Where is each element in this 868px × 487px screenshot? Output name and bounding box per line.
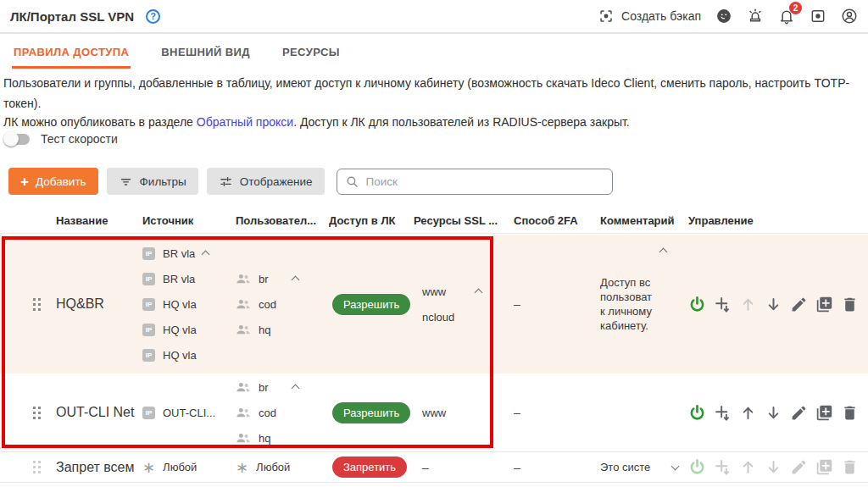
drag-handle[interactable] <box>25 374 42 451</box>
display-settings-button[interactable]: Отображение <box>207 168 325 195</box>
any-source-icon: ∗ <box>142 460 155 475</box>
column-header-access[interactable]: Доступ в ЛК <box>329 208 410 233</box>
group-icon <box>236 407 251 418</box>
resources-list: www ncloud <box>414 235 500 374</box>
ip-icon: IP <box>142 298 155 311</box>
table-row-outcli: OUT-CLI Net IP OUT-CLI... br cod hq Р <box>0 374 868 452</box>
user-item: br <box>236 379 300 396</box>
alarm-siren-icon[interactable] <box>747 8 764 25</box>
tab-access-rules[interactable]: ПРАВИЛА ДОСТУПА <box>12 41 131 69</box>
move-up-icon <box>739 458 757 476</box>
column-header-source[interactable]: Источник <box>142 208 229 233</box>
delete-icon[interactable] <box>841 404 859 422</box>
delete-icon[interactable] <box>841 296 859 313</box>
tab-resources[interactable]: РЕСУРСЫ <box>281 41 342 69</box>
source-label: OUT-CLI... <box>163 407 215 419</box>
help-icon[interactable]: ? <box>146 9 160 24</box>
access-cell: Разрешить <box>329 235 410 374</box>
users-list: br cod hq <box>236 235 322 374</box>
notifications-bell-icon[interactable]: 2 <box>778 8 795 25</box>
page-title: ЛК/Портал SSL VPN <box>10 9 134 24</box>
notification-badge: 2 <box>789 2 802 14</box>
table-header: Название Источник Пользовател... Доступ … <box>0 208 868 234</box>
column-header-users[interactable]: Пользовател... <box>236 208 322 233</box>
power-toggle-icon[interactable] <box>688 404 706 422</box>
chevron-up-icon[interactable] <box>292 276 300 285</box>
add-rule-below-icon <box>714 458 732 476</box>
access-cell: Разрешить <box>329 374 410 451</box>
column-header-2fa[interactable]: Способ 2FA <box>507 208 593 233</box>
comment-text: Доступ вс пользоват к личному кабинету. <box>600 275 652 333</box>
toggle-knob <box>3 131 19 147</box>
access-cell: Запретить <box>329 452 410 482</box>
chevron-up-icon[interactable] <box>202 251 210 259</box>
speed-test-toggle[interactable] <box>4 134 30 145</box>
title-wrap: ЛК/Портал SSL VPN ? <box>10 9 160 24</box>
twofa-value: – <box>514 461 520 474</box>
move-down-icon[interactable] <box>765 404 782 422</box>
comment-item: Это систе <box>600 459 680 476</box>
comment-cell <box>600 374 680 451</box>
move-down-icon[interactable] <box>765 296 782 313</box>
edit-icon <box>790 458 808 476</box>
chevron-up-icon[interactable] <box>292 385 300 393</box>
add-rule-below-icon[interactable] <box>714 404 732 422</box>
resource-label: www <box>422 285 446 298</box>
source-item: IP BR vla <box>142 270 203 287</box>
add-rule-button[interactable]: + Добавить <box>8 168 98 195</box>
comment-text: Это систе <box>600 461 650 473</box>
column-header-resources[interactable]: Ресурсы SSL ... <box>414 208 500 233</box>
chevron-up-icon[interactable] <box>475 289 483 297</box>
resources-cell: www <box>414 374 500 451</box>
filters-button[interactable]: Фильтры <box>107 168 198 195</box>
group-icon <box>236 298 251 310</box>
rule-name: Запрет всем <box>56 452 139 482</box>
manage-cell <box>683 235 865 374</box>
users-cell: ∗ Любой <box>236 452 322 482</box>
video-widget-icon[interactable] <box>810 8 826 25</box>
table-row-deny-all: Запрет всем ∗ Любой ∗ Любой Запретить – … <box>0 452 868 483</box>
source-label: HQ vla <box>163 298 197 311</box>
filter-icon <box>119 174 133 189</box>
add-rule-label: Добавить <box>36 175 86 188</box>
edit-icon[interactable] <box>790 296 808 313</box>
duplicate-icon[interactable] <box>815 296 833 313</box>
search-wrap <box>337 169 613 195</box>
group-icon <box>236 273 251 285</box>
move-up-icon[interactable] <box>739 404 757 422</box>
display-settings-label: Отображение <box>240 175 313 188</box>
publish-text-before: ЛК можно опубликовать в разделе <box>3 115 197 129</box>
drag-dots-icon <box>33 298 36 301</box>
support-chat-icon[interactable] <box>715 8 732 25</box>
chevron-down-icon[interactable] <box>671 462 680 470</box>
source-item: IP OUT-CLI... <box>142 404 203 421</box>
sliders-icon <box>219 174 233 189</box>
column-header-comment[interactable]: Комментарий <box>600 208 680 233</box>
reverse-proxy-link[interactable]: Обратный прокси <box>197 115 293 129</box>
source-item: IP HQ vla <box>142 321 203 338</box>
ip-icon: IP <box>142 349 155 362</box>
create-backup-button[interactable]: Создать бэкап <box>598 8 701 24</box>
account-icon[interactable] <box>841 8 858 25</box>
intro-line-1: Пользователи и группы, добавленные в таб… <box>3 76 849 90</box>
manage-cell <box>683 452 865 482</box>
user-item: hq <box>236 429 300 446</box>
power-toggle-icon[interactable] <box>688 296 706 313</box>
header-actions: Создать бэкап 2 <box>598 8 858 25</box>
user-item: hq <box>236 321 300 338</box>
search-input[interactable] <box>337 169 613 195</box>
tab-appearance[interactable]: ВНЕШНИЙ ВИД <box>159 41 252 69</box>
chevron-up-icon[interactable] <box>659 248 668 257</box>
source-label: HQ vla <box>163 349 197 362</box>
user-item: cod <box>236 404 300 421</box>
add-rule-below-icon[interactable] <box>714 296 732 313</box>
column-header-name[interactable]: Название <box>56 208 139 233</box>
drag-handle <box>25 452 42 482</box>
resource-value: – <box>422 461 429 474</box>
drag-handle[interactable] <box>25 235 42 374</box>
source-label: HQ vla <box>163 324 197 336</box>
user-label: cod <box>259 298 276 311</box>
column-header-manage[interactable]: Управление <box>683 208 865 233</box>
edit-icon[interactable] <box>790 404 808 422</box>
duplicate-icon[interactable] <box>815 404 833 422</box>
